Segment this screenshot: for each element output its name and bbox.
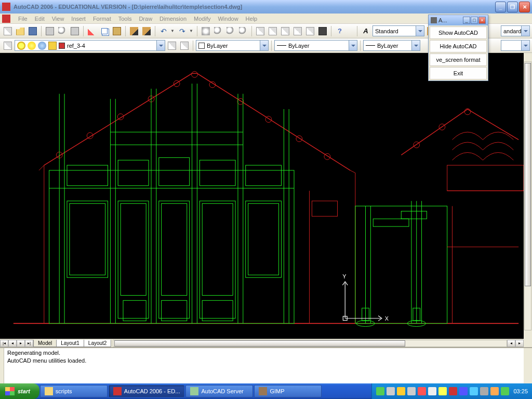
menu-tools[interactable]: Tools	[115, 15, 136, 23]
window-title: AutoCAD 2006 - EDUCATIONAL VERSION - [D:…	[14, 4, 495, 10]
paste-button[interactable]	[111, 25, 123, 37]
undo-dropdown[interactable]: ▼	[170, 29, 176, 33]
popup-show-autocad[interactable]: Show AutoCAD	[430, 26, 487, 39]
calc-button[interactable]	[317, 25, 328, 37]
match-button[interactable]	[128, 25, 140, 37]
redo-button[interactable]: ↷	[177, 25, 188, 37]
plotstyle-combo[interactable]	[501, 40, 530, 51]
cmd-scroll[interactable]	[524, 348, 532, 383]
tab-last[interactable]: ▸|	[25, 340, 33, 347]
menu-file[interactable]: File	[15, 15, 31, 23]
tray-icon[interactable]	[397, 387, 405, 395]
undo-button[interactable]: ↶	[158, 25, 169, 37]
task-autocad[interactable]: AutoCAD 2006 - ED...	[109, 385, 185, 397]
tp-button[interactable]	[280, 25, 291, 37]
new-button[interactable]	[2, 25, 14, 37]
vscrollbar[interactable]	[524, 53, 532, 339]
lineweight-value: ByLayer	[377, 43, 398, 49]
maximize-button[interactable]: ❐	[507, 2, 518, 12]
floating-popup: A... _ □ × Show AutoCAD Hide AutoCAD ve_…	[428, 15, 488, 81]
close-button[interactable]: ✕	[519, 2, 530, 12]
menu-format[interactable]: Format	[89, 15, 115, 23]
zoomprev-button[interactable]	[237, 25, 249, 37]
tab-layout2[interactable]: Layout2	[84, 340, 112, 347]
task-scripts[interactable]: scripts	[40, 385, 108, 397]
menu-window[interactable]: Window	[214, 15, 242, 23]
tray-icon[interactable]	[418, 387, 426, 395]
linetype-preview	[277, 45, 286, 46]
tray-icon[interactable]	[470, 387, 478, 395]
tray-icon[interactable]	[438, 387, 447, 395]
menu-edit[interactable]: Edit	[31, 15, 48, 23]
zoomwin-button[interactable]	[225, 25, 236, 37]
clock[interactable]: 03:25	[513, 388, 528, 394]
command-area[interactable]: Regenerating model. AutoCAD menu utiliti…	[0, 347, 532, 383]
popup-exit[interactable]: Exit	[430, 67, 487, 79]
color-combo[interactable]: ByLayer	[196, 40, 269, 51]
menu-draw[interactable]: Draw	[135, 15, 156, 23]
print-button[interactable]	[44, 25, 56, 37]
tablestyle-combo[interactable]: andard	[501, 25, 530, 36]
drawing-canvas[interactable]: X Y	[0, 53, 532, 339]
linetype-combo[interactable]: ByLayer	[274, 40, 357, 51]
start-button[interactable]: start	[0, 383, 39, 399]
blockeditor-button[interactable]	[141, 25, 152, 37]
tray-icon[interactable]	[480, 387, 488, 395]
layerprops-button[interactable]	[2, 40, 14, 51]
system-tray[interactable]: 03:25	[371, 383, 532, 399]
tab-prev[interactable]: ◂	[8, 340, 17, 347]
tray-icon[interactable]	[501, 387, 509, 395]
task-autocad-server[interactable]: AutoCAD Server	[185, 385, 253, 397]
open-button[interactable]	[15, 25, 26, 37]
ssm-button[interactable]	[292, 25, 303, 37]
tray-icon[interactable]	[387, 387, 395, 395]
minimize-button[interactable]: _	[495, 2, 506, 12]
lineweight-combo[interactable]: ByLayer	[363, 40, 420, 51]
dc-button[interactable]	[267, 25, 278, 37]
preview-button[interactable]	[57, 25, 68, 37]
pan-button[interactable]	[200, 25, 211, 37]
tray-icon[interactable]	[490, 387, 499, 395]
help-button[interactable]: ?	[334, 25, 345, 37]
tray-icon[interactable]	[428, 387, 436, 395]
menu-modify[interactable]: Modify	[190, 15, 214, 23]
tray-icon[interactable]	[407, 387, 416, 395]
model-tabs-row: |◂ ◂ ▸ ▸| Model Layout1 Layout2 ◂ ▸	[0, 339, 524, 347]
layerprev-button[interactable]	[166, 40, 178, 51]
hscroll-right[interactable]: ▸	[515, 340, 524, 347]
layer-combo[interactable]: ref_3-4	[15, 40, 165, 51]
hscrollbar[interactable]	[113, 340, 507, 347]
tray-icon[interactable]	[459, 387, 468, 395]
textstyle-icon-button[interactable]: A	[360, 25, 371, 37]
save-button[interactable]	[27, 25, 38, 37]
tab-layout1[interactable]: Layout1	[56, 340, 84, 347]
svg-point-6	[192, 71, 198, 77]
cmd-grip[interactable]	[0, 348, 4, 383]
copy-button[interactable]	[99, 25, 110, 37]
menu-help[interactable]: Help	[242, 15, 261, 23]
menu-insert[interactable]: Insert	[68, 15, 89, 23]
popup-max[interactable]: □	[471, 17, 478, 24]
redo-dropdown[interactable]: ▼	[189, 29, 194, 33]
tab-next[interactable]: ▸	[17, 340, 25, 347]
menu-view[interactable]: View	[48, 15, 68, 23]
textstyle-combo[interactable]: Standard	[373, 25, 424, 36]
layerstate-button[interactable]	[179, 40, 190, 51]
tab-model[interactable]: Model	[33, 340, 57, 347]
publish-button[interactable]	[69, 25, 81, 37]
popup-titlebar[interactable]: A... _ □ ×	[429, 15, 488, 25]
popup-min[interactable]: _	[463, 17, 470, 24]
task-gimp[interactable]: GIMP	[254, 385, 322, 397]
markup-button[interactable]	[304, 25, 316, 37]
tab-first[interactable]: |◂	[0, 340, 8, 347]
tray-icon[interactable]	[376, 387, 384, 395]
cut-button[interactable]	[86, 25, 98, 37]
tray-icon[interactable]	[449, 387, 457, 395]
popup-hide-autocad[interactable]: Hide AutoCAD	[430, 40, 487, 52]
popup-ve-screen-format[interactable]: ve_screen format	[430, 54, 487, 66]
properties-button[interactable]	[255, 25, 266, 37]
hscroll-left[interactable]: ◂	[507, 340, 515, 347]
menu-dimension[interactable]: Dimension	[156, 15, 190, 23]
popup-close[interactable]: ×	[478, 17, 486, 24]
zoomrt-button[interactable]	[212, 25, 224, 37]
